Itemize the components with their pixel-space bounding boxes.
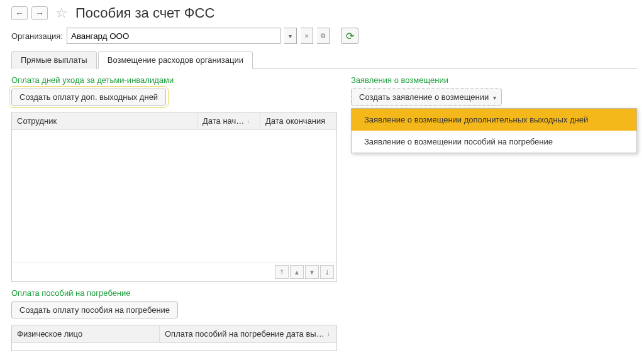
create-reimbursement-claim-button[interactable]: Создать заявление о возмещении xyxy=(351,89,502,106)
reimbursement-dropdown-menu: Заявление о возмещении дополнительных вы… xyxy=(351,108,637,153)
tab-reimbursement[interactable]: Возмещение расходов организации xyxy=(98,51,253,69)
create-burial-payment-button[interactable]: Создать оплату пособия на погребение xyxy=(11,301,178,318)
col-date-start[interactable]: Дата нач… ↓ xyxy=(197,112,260,129)
col-person[interactable]: Физическое лицо xyxy=(12,325,160,342)
tab-direct-payments[interactable]: Прямые выплаты xyxy=(11,51,97,69)
right-section-title: Заявления о возмещении xyxy=(351,75,638,85)
table1-down-button[interactable]: ▼ xyxy=(305,265,319,279)
table1-last-button[interactable]: ⤓ xyxy=(320,265,334,279)
sort-arrow-icon: ↓ xyxy=(327,330,330,337)
table2-body[interactable] xyxy=(12,343,336,350)
tabs-bar: Прямые выплаты Возмещение расходов орган… xyxy=(11,50,638,69)
page-title: Пособия за счет ФСС xyxy=(75,5,214,21)
table-disabled-children-days: Сотрудник Дата нач… ↓ Дата окончания ⤒ ▲… xyxy=(11,112,337,282)
org-open-button[interactable]: ⧉ xyxy=(317,28,330,44)
col-date-end[interactable]: Дата окончания xyxy=(260,112,336,129)
col-burial-payment-label: Оплата пособий на погребение дата вы… xyxy=(165,329,325,339)
sort-arrow-icon: ↓ xyxy=(247,117,250,124)
back-button[interactable]: ← xyxy=(11,6,28,20)
col-burial-payment[interactable]: Оплата пособий на погребение дата вы… ↓ xyxy=(160,325,336,342)
organization-input[interactable] xyxy=(67,28,280,44)
col-employee[interactable]: Сотрудник xyxy=(12,112,197,129)
table-burial: Физическое лицо Оплата пособий на погреб… xyxy=(11,325,337,351)
organization-label: Организация: xyxy=(11,31,63,41)
section1-title: Оплата дней ухода за детьми-инвалидами xyxy=(11,75,338,85)
org-dropdown-button[interactable]: ▾ xyxy=(284,28,297,44)
table1-body[interactable] xyxy=(12,130,336,262)
forward-button[interactable]: → xyxy=(31,6,48,20)
table1-up-button[interactable]: ▲ xyxy=(290,265,304,279)
menu-item-extra-days-claim[interactable]: Заявление о возмещении дополнительных вы… xyxy=(352,109,636,131)
table1-first-button[interactable]: ⤒ xyxy=(275,265,289,279)
menu-item-burial-claim[interactable]: Заявление о возмещении пособий на погреб… xyxy=(352,131,636,153)
refresh-button[interactable]: ⟳ xyxy=(341,28,358,44)
create-extra-days-payment-button[interactable]: Создать оплату доп. выходных дней xyxy=(11,89,166,106)
section2-title: Оплата пособий на погребение xyxy=(11,288,338,298)
org-clear-button[interactable]: × xyxy=(301,28,313,44)
col-date-start-label: Дата нач… xyxy=(203,116,244,126)
favorite-icon[interactable]: ☆ xyxy=(55,5,68,21)
